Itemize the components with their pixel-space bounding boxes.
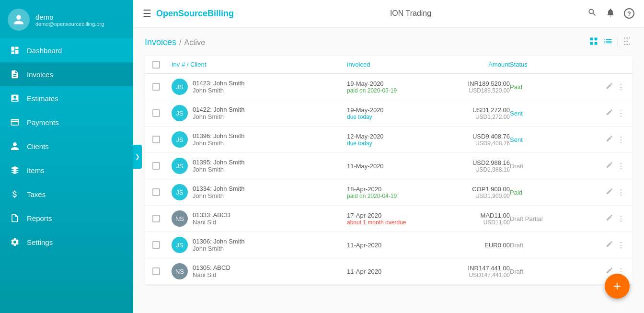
sidebar-collapse-tab[interactable]: ❯ (133, 145, 142, 169)
help-icon[interactable]: ? (624, 8, 634, 19)
client-cell: JS 01334: John Smith John Smith (172, 184, 347, 200)
client-cell: JS 01396: John Smith John Smith (172, 131, 347, 148)
sidebar-item-taxes[interactable]: Taxes (0, 182, 133, 206)
edit-icon[interactable] (606, 214, 613, 223)
table-row: NS 01305: ABCD Nani Sid 11-Apr-2020 INR1… (145, 258, 632, 285)
sidebar-item-estimates[interactable]: Estimates (0, 86, 133, 110)
amount-primary: USD1,272.00 (433, 106, 510, 114)
sidebar-item-label: Clients (27, 142, 49, 151)
sidebar-item-settings[interactable]: Settings (0, 230, 133, 254)
more-options-icon[interactable]: ⋮ (617, 82, 625, 92)
client-avatar: JS (172, 79, 188, 95)
user-name: demo (35, 13, 104, 21)
edit-icon[interactable] (606, 161, 613, 171)
notifications-icon[interactable] (606, 8, 615, 20)
th-status: Status (510, 61, 586, 69)
edit-icon[interactable] (606, 187, 613, 197)
row-checkbox-cell (152, 215, 172, 222)
invoice-number: 01334: John Smith (193, 185, 244, 192)
table-row: JS 01396: John Smith John Smith 12-May-2… (145, 127, 632, 153)
sidebar-item-reports[interactable]: Reports (0, 206, 133, 230)
client-avatar: JS (172, 131, 188, 148)
invoice-date: 11-May-2020 (347, 162, 433, 170)
items-icon (10, 165, 20, 175)
row-checkbox[interactable] (152, 215, 160, 222)
invoice-status-date: about 1 month overdue (347, 219, 433, 226)
row-checkbox[interactable] (152, 83, 160, 91)
add-invoice-fab[interactable]: + (605, 274, 630, 299)
status-cell: Draft (510, 242, 586, 249)
edit-icon[interactable] (606, 240, 613, 250)
invoiced-cell: 17-Apr-2020 about 1 month overdue (347, 212, 433, 226)
table-row: JS 01422: John Smith John Smith 19-May-2… (145, 100, 632, 127)
sidebar-item-clients[interactable]: Clients (0, 134, 133, 158)
clients-icon (10, 141, 20, 151)
header-checkbox[interactable] (152, 61, 160, 69)
user-email: demo@opensourcebilling.org (35, 21, 104, 27)
th-actions (586, 61, 625, 69)
status-cell: Paid (510, 83, 586, 91)
row-checkbox[interactable] (152, 188, 160, 196)
sidebar-item-payments[interactable]: Payments (0, 110, 133, 134)
edit-icon[interactable] (606, 82, 613, 92)
sidebar-user-section: demo demo@opensourcebilling.org (0, 0, 133, 38)
logo: OpenSourceBilling (156, 9, 234, 19)
more-options-icon[interactable]: ⋮ (617, 214, 625, 223)
status-cell: Draft (510, 162, 586, 170)
edit-icon[interactable] (606, 108, 613, 118)
client-name: John Smith (193, 192, 244, 199)
invoiced-cell: 11-May-2020 (347, 162, 433, 170)
more-options-icon[interactable]: ⋮ (617, 188, 625, 197)
sidebar-item-invoices[interactable]: Invoices (0, 62, 133, 86)
row-checkbox-cell (152, 241, 172, 249)
topbar: ☰ OpenSourceBilling ION Trading ? (133, 0, 644, 27)
filter-icon[interactable] (623, 36, 632, 48)
amount-secondary: USD1,900.00 (433, 193, 510, 199)
row-checkbox[interactable] (152, 109, 160, 117)
sidebar-item-items[interactable]: Items (0, 158, 133, 182)
breadcrumb-link[interactable]: Invoices (145, 37, 176, 47)
edit-icon[interactable] (606, 135, 613, 144)
client-cell: JS 01423: John Smith John Smith (172, 79, 347, 95)
client-avatar: NS (172, 210, 188, 227)
row-checkbox[interactable] (152, 241, 160, 249)
more-options-icon[interactable]: ⋮ (617, 162, 625, 171)
breadcrumb-current: Active (184, 38, 206, 47)
user-avatar (8, 9, 30, 31)
client-cell: JS 01306: John Smith John Smith (172, 237, 347, 253)
more-options-icon[interactable]: ⋮ (617, 241, 625, 250)
sidebar-item-dashboard[interactable]: Dashboard (0, 38, 133, 62)
invoice-status-date: paid on 2020-04-19 (347, 193, 433, 199)
more-options-icon[interactable]: ⋮ (617, 135, 625, 144)
client-info: 01422: John Smith John Smith (193, 106, 244, 120)
row-checkbox[interactable] (152, 136, 160, 143)
invoices-icon (10, 69, 20, 80)
invoiced-cell: 19-May-2020 paid on 2020-05-19 (347, 80, 433, 94)
row-checkbox[interactable] (152, 267, 160, 275)
search-icon[interactable] (587, 8, 597, 20)
invoice-status-date: due today (347, 140, 433, 147)
reports-icon (10, 213, 20, 223)
nav-menu: Dashboard Invoices Estimates Payments Cl… (0, 38, 133, 254)
table-row: JS 01306: John Smith John Smith 11-Apr-2… (145, 232, 632, 258)
actions-cell: ⋮ (586, 187, 625, 197)
invoiced-cell: 11-Apr-2020 (347, 268, 433, 275)
invoiced-cell: 11-Apr-2020 (347, 242, 433, 249)
grid-view-icon[interactable] (589, 36, 598, 48)
row-checkbox[interactable] (152, 162, 160, 170)
sidebar: demo demo@opensourcebilling.org Dashboar… (0, 0, 133, 313)
amount-cell: EUR0.00 (433, 242, 510, 249)
amount-primary: COP1,900.00 (433, 185, 510, 193)
more-options-icon[interactable]: ⋮ (617, 109, 625, 118)
chevron-right-icon: ❯ (135, 153, 140, 160)
client-info: 01396: John Smith John Smith (193, 132, 244, 147)
client-avatar: JS (172, 105, 188, 121)
amount-primary: MAD11.00 (433, 212, 510, 219)
amount-primary: EUR0.00 (433, 242, 510, 249)
list-view-icon[interactable] (603, 36, 613, 48)
actions-cell: ⋮ (586, 135, 625, 144)
invoices-table: Inv # / Client Invoiced Amount Status JS… (145, 56, 632, 285)
topbar-left: ☰ OpenSourceBilling (143, 8, 234, 19)
hamburger-icon[interactable]: ☰ (143, 8, 151, 19)
actions-cell: ⋮ (586, 108, 625, 118)
